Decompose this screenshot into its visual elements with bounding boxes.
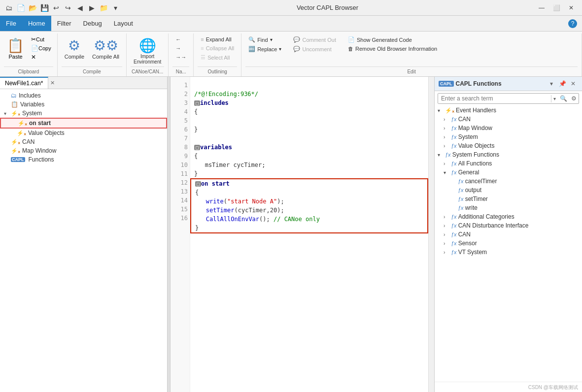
system-label: System — [22, 110, 42, 117]
search-area: ▾ 🔍 ⚙ — [438, 93, 579, 104]
comment-out-button[interactable]: 💬 Comment Out — [290, 35, 339, 44]
ftree-eh-can[interactable]: › ƒx CAN — [435, 115, 582, 124]
ftree-toggle: › — [444, 232, 449, 237]
panel-dropdown-button[interactable]: ▾ — [547, 79, 556, 89]
title-bar-icons: 🗂 📄 📂 💾 ↩ ↪ ◀ ▶ 📁 ▾ — [4, 3, 120, 13]
ftree-toggle: › — [444, 143, 449, 149]
menu-home[interactable]: Home — [22, 16, 51, 31]
collapse-all-button[interactable]: ≡ Collapse All — [198, 44, 237, 52]
menu-help[interactable]: ? — [563, 17, 582, 30]
remove-old-button[interactable]: 🗑 Remove Old Browser Infrormation — [345, 45, 440, 53]
ftree-sf-can[interactable]: › ƒx CAN — [435, 230, 582, 239]
dropdown-icon[interactable]: ▾ — [110, 3, 120, 13]
ftree-toggle: › — [444, 134, 449, 140]
compile-button[interactable]: ⚙ Compile — [62, 35, 87, 62]
cut-button[interactable]: ✂ Cut — [29, 35, 53, 43]
ftree-eh-value-objects[interactable]: › ƒx Value Objects — [435, 141, 582, 150]
ftree-can-disturbance[interactable]: › ƒx CAN Disturbance Interface — [435, 221, 582, 230]
file-tab[interactable]: NewFile1.can* — [0, 77, 48, 89]
code-editor: 12345678910111213141516 /*@!Encoding:936… — [171, 77, 434, 392]
ftree-eh-map-window[interactable]: › ƒx Map Window — [435, 124, 582, 132]
expand-all-button[interactable]: ≡ Expand All — [198, 35, 237, 43]
ftree-cancel-timer[interactable]: ƒx cancelTimer — [435, 177, 582, 186]
new-icon[interactable]: 📄 — [16, 3, 26, 13]
search-dropdown-arrow[interactable]: ▾ — [551, 95, 558, 102]
edit-label: Edit — [245, 66, 578, 74]
fx-icon: ƒx — [451, 249, 457, 255]
nav-back-button[interactable]: ← — [172, 35, 189, 43]
uncomment-button[interactable]: 💬 Uncomment — [290, 45, 339, 53]
search-input[interactable] — [438, 94, 551, 103]
ftree-general[interactable]: ▾ ƒx General — [435, 168, 582, 177]
tree-item-functions[interactable]: CAPL Functions — [0, 155, 167, 164]
nav-forward-button[interactable]: → — [172, 44, 189, 52]
tab-bar: NewFile1.can* ✕ — [0, 77, 167, 89]
menu-filter[interactable]: Filter — [51, 16, 77, 31]
right-panel-header: CAPL CAPL Functions ▾ 📌 ✕ — [435, 77, 582, 91]
replace-button[interactable]: 🔤 Replace ▾ — [245, 45, 284, 53]
panel-close-button[interactable]: ✕ — [568, 79, 578, 89]
tree-item-value-objects[interactable]: ⚡ₓ Value Objects — [0, 129, 167, 137]
system-fx-icon: ⚡ₓ — [11, 110, 20, 117]
ftree-eh-system[interactable]: › ƒx System — [435, 132, 582, 141]
tab-close-button[interactable]: ✕ — [48, 79, 57, 87]
compile-all-button[interactable]: ⚙⚙ Compile All — [89, 35, 122, 62]
fx-icon: ƒx — [451, 231, 457, 237]
capl-icon: CAPL — [11, 157, 25, 162]
paste-button[interactable]: 📋 Paste — [4, 35, 27, 62]
ftree-additional-categories[interactable]: › ƒx Additional Categories — [435, 212, 582, 221]
delete-button[interactable]: ✕ — [29, 53, 53, 61]
search-settings-icon[interactable]: ⚙ — [569, 94, 579, 103]
nav-next-button[interactable]: →→ — [172, 53, 189, 61]
functions-label: Functions — [29, 156, 54, 163]
ftree-can-disturbance-label: CAN Disturbance Interface — [458, 222, 529, 229]
open-icon[interactable]: 📂 — [28, 3, 37, 13]
ftree-set-timer[interactable]: ƒx setTimer — [435, 195, 582, 203]
fx-icon: ƒx — [451, 143, 457, 149]
map-fx-icon: ⚡ₓ — [11, 148, 20, 154]
find-button[interactable]: 🔍 Find ▾ — [245, 35, 284, 44]
tree-item-includes[interactable]: 🗂 Includes — [0, 91, 167, 100]
menu-file[interactable]: File — [0, 16, 22, 31]
minimize-button[interactable]: — — [535, 2, 548, 13]
code-scrollbar[interactable] — [428, 77, 434, 392]
ftree-write[interactable]: ƒx write — [435, 203, 582, 212]
tree-item-system[interactable]: ▾ ⚡ₓ System — [0, 109, 167, 118]
menu-debug[interactable]: Debug — [77, 16, 108, 31]
value-objects-label: Value Objects — [28, 130, 65, 136]
ftree-toggle: › — [444, 223, 449, 229]
tree-item-map-window[interactable]: ⚡ₓ Map Window — [0, 146, 167, 155]
save-icon[interactable]: 💾 — [39, 3, 49, 13]
import-environment-button[interactable]: 🌐 ImportEnvironment — [131, 35, 164, 66]
forward-icon[interactable]: ▶ — [87, 3, 97, 13]
includes-icon: 🗂 — [11, 92, 17, 99]
tree-item-on-start[interactable]: ⚡ₓ on start — [0, 118, 167, 129]
ftree-event-handlers[interactable]: ▾ ⚡ₓ Event Handlers — [435, 106, 582, 115]
function-tree: ▾ ⚡ₓ Event Handlers › ƒx CAN › ƒx Map Wi… — [435, 106, 582, 382]
ftree-vt-system[interactable]: › ƒx VT System — [435, 248, 582, 257]
ftree-output[interactable]: ƒx output — [435, 186, 582, 195]
canoe-label: CANoe/CAN... — [131, 66, 164, 74]
recent-icon[interactable]: 📁 — [99, 3, 108, 13]
redo-icon[interactable]: ↪ — [63, 3, 73, 13]
copy-button[interactable]: 📄 Copy — [29, 44, 53, 52]
search-match-icon[interactable]: 🔍 — [558, 94, 569, 103]
tree-item-variables[interactable]: 📋 Variables — [0, 100, 167, 109]
ftree-all-functions[interactable]: › ƒx All Functions — [435, 159, 582, 168]
menu-layout[interactable]: Layout — [108, 16, 139, 31]
show-generated-button[interactable]: 📄 Show Generated Code — [345, 35, 440, 44]
undo-icon[interactable]: ↩ — [51, 3, 61, 13]
ftree-sensor[interactable]: › ƒx Sensor — [435, 239, 582, 248]
select-all-button[interactable]: ☰ Select All — [198, 53, 237, 62]
back-icon[interactable]: ◀ — [75, 3, 85, 13]
ftree-system-functions[interactable]: ▾ ƒx System Functions — [435, 150, 582, 159]
clipboard-label: Clipboard — [4, 66, 53, 74]
app-icon[interactable]: 🗂 — [4, 3, 14, 13]
window-title: Vector CAPL Browser — [120, 4, 535, 11]
panel-pin-button[interactable]: 📌 — [557, 79, 567, 89]
ftree-sf-can-label: CAN — [458, 231, 471, 238]
close-button[interactable]: ✕ — [564, 2, 578, 13]
tree-item-can[interactable]: ⚡ₓ CAN — [0, 137, 167, 146]
code-content[interactable]: /*@!Encoding:936*/ □includes { } □variab… — [190, 77, 428, 392]
maximize-button[interactable]: ⬜ — [549, 2, 563, 13]
